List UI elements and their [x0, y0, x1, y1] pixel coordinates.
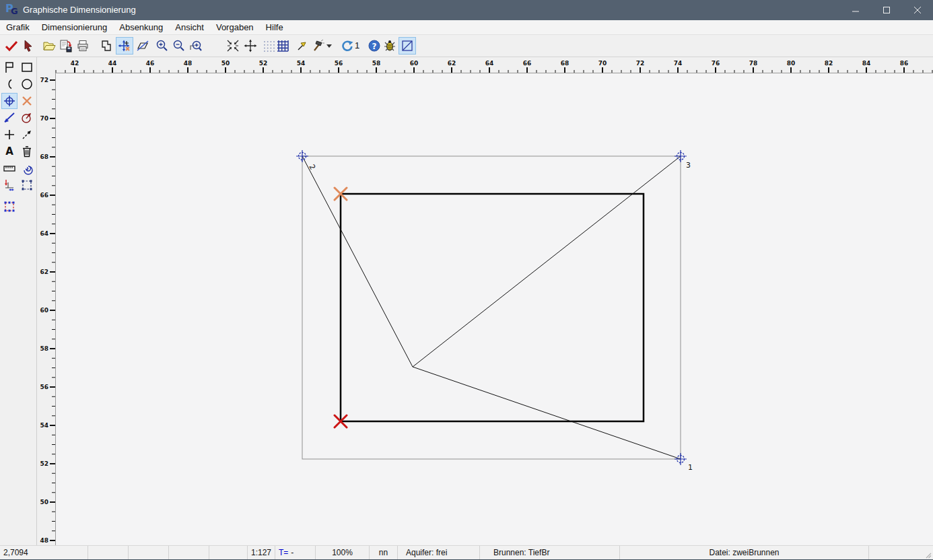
- svg-text:66: 66: [40, 192, 48, 199]
- hammer-icon: [312, 39, 325, 53]
- debug-bug-button[interactable]: [381, 37, 399, 55]
- svg-text:50: 50: [221, 60, 230, 67]
- collapse-arrows-icon: [226, 39, 240, 53]
- minimize-icon: [852, 6, 860, 14]
- arrow-ne-tool[interactable]: [19, 127, 35, 143]
- svg-text:68: 68: [561, 60, 569, 67]
- well-label: 2: [307, 163, 317, 172]
- grid-lines-button[interactable]: [274, 37, 291, 55]
- menu-grafik[interactable]: Grafik: [0, 20, 36, 35]
- move-all-icon: [244, 39, 257, 53]
- svg-text:44: 44: [108, 60, 117, 67]
- status-empty-2: [128, 546, 168, 560]
- letter-a-icon: A: [3, 145, 16, 158]
- collapse-arrows-button[interactable]: [224, 37, 242, 55]
- svg-text:62: 62: [448, 60, 456, 67]
- status-bar: 2,7094 1:127 T=- 100% nn Aquifer: frei B…: [0, 545, 933, 560]
- status-transmissivity: T=-: [275, 546, 315, 560]
- drawing-canvas[interactable]: 231: [55, 73, 933, 545]
- select-arrow-button[interactable]: [20, 37, 37, 55]
- well-marker-cross: [296, 150, 308, 162]
- confirm-button[interactable]: [3, 37, 20, 55]
- shape-outline-icon: [100, 39, 113, 53]
- svg-text:82: 82: [825, 60, 833, 67]
- svg-text:84: 84: [862, 60, 871, 67]
- orange-x-icon: [20, 94, 34, 108]
- frame-diagonal-icon: [401, 39, 414, 53]
- status-well: Brunnen: TiefBr: [479, 546, 619, 560]
- marquee-colored-tool[interactable]: [1, 199, 18, 215]
- menu-ansicht[interactable]: Ansicht: [169, 20, 210, 35]
- flow-segment: [302, 156, 413, 367]
- text-tool[interactable]: A: [1, 143, 18, 160]
- delete-trash-tool[interactable]: [19, 143, 35, 160]
- delete-x-tool[interactable]: [19, 93, 35, 109]
- pen-strike-tool[interactable]: [1, 110, 18, 126]
- frame-diagonal-button[interactable]: [399, 37, 416, 55]
- status-aquifer: Aquifer: frei: [397, 546, 479, 560]
- window-title: Graphische Dimensionierung: [23, 5, 136, 15]
- parallelogram-strike-button[interactable]: [134, 37, 151, 55]
- zoom-window-icon: [189, 39, 203, 53]
- ruler-icon: [3, 162, 16, 175]
- well-marker-tool[interactable]: [1, 93, 18, 109]
- cursor-arrow-icon: [22, 39, 35, 53]
- pen-strike-icon: [3, 111, 16, 125]
- measure-tool[interactable]: [1, 160, 18, 176]
- menu-hilfe[interactable]: Hilfe: [260, 20, 289, 35]
- rectangle-tool[interactable]: [19, 59, 35, 75]
- menu-bar: Grafik Dimensionierung Absenkung Ansicht…: [0, 20, 933, 35]
- tools-dropdown-button[interactable]: [324, 37, 334, 55]
- model-rectangle: [341, 194, 644, 421]
- pie-pointer-tool[interactable]: [19, 110, 35, 126]
- zoom-out-button[interactable]: [170, 37, 188, 55]
- circle-icon: [20, 77, 34, 91]
- move-point-button[interactable]: [116, 37, 133, 55]
- arc-tool[interactable]: [1, 76, 18, 92]
- title-bar: PG Graphische Dimensionierung: [0, 0, 933, 20]
- marquee-select-tool[interactable]: [19, 177, 35, 193]
- well-marker-cross: [675, 150, 687, 162]
- circle-tool[interactable]: [19, 76, 35, 92]
- zoom-window-button[interactable]: [187, 37, 205, 55]
- copy-shape-button[interactable]: [98, 37, 115, 55]
- print-button[interactable]: [74, 37, 92, 55]
- corner-flag-tool[interactable]: [1, 59, 18, 75]
- app-logo-icon: PG: [5, 3, 20, 18]
- svg-text:50: 50: [40, 499, 48, 505]
- recalculate-button[interactable]: [339, 37, 356, 55]
- close-button[interactable]: [902, 0, 933, 20]
- svg-text:86: 86: [900, 60, 909, 67]
- pen-marker-button[interactable]: [293, 37, 311, 55]
- rectangle-icon: [20, 61, 34, 74]
- menu-dimensionierung[interactable]: Dimensionierung: [36, 20, 114, 35]
- resize-grip[interactable]: [926, 553, 932, 559]
- folder-open-icon: [42, 39, 56, 53]
- transform-arrows-tool[interactable]: [1, 177, 18, 193]
- move-all-button[interactable]: [242, 37, 259, 55]
- move-point-icon: [118, 39, 131, 53]
- svg-text:52: 52: [40, 460, 48, 467]
- menu-absenkung[interactable]: Absenkung: [113, 20, 169, 35]
- svg-text:80: 80: [787, 60, 796, 67]
- well-marker-cross: [675, 453, 687, 465]
- svg-text:56: 56: [40, 384, 48, 390]
- menu-vorgaben[interactable]: Vorgaben: [210, 20, 260, 35]
- trash-icon: [20, 145, 34, 158]
- help-icon: ?: [368, 39, 381, 53]
- tool-palette: A: [0, 57, 37, 545]
- svg-text:54: 54: [40, 422, 48, 429]
- status-scale: 1:127: [247, 546, 275, 560]
- save-as-button[interactable]: [57, 37, 75, 55]
- svg-text:48: 48: [184, 60, 193, 67]
- open-file-button[interactable]: [40, 37, 58, 55]
- well-label: 1: [688, 463, 693, 472]
- zoom-in-button[interactable]: [153, 37, 171, 55]
- plus-cross-tool[interactable]: [1, 127, 18, 143]
- maximize-button[interactable]: [871, 0, 902, 20]
- check-icon: [5, 39, 18, 53]
- maximize-icon: [883, 6, 891, 14]
- svg-text:72: 72: [636, 60, 645, 67]
- spiral-tool[interactable]: [19, 160, 35, 176]
- minimize-button[interactable]: [840, 0, 871, 20]
